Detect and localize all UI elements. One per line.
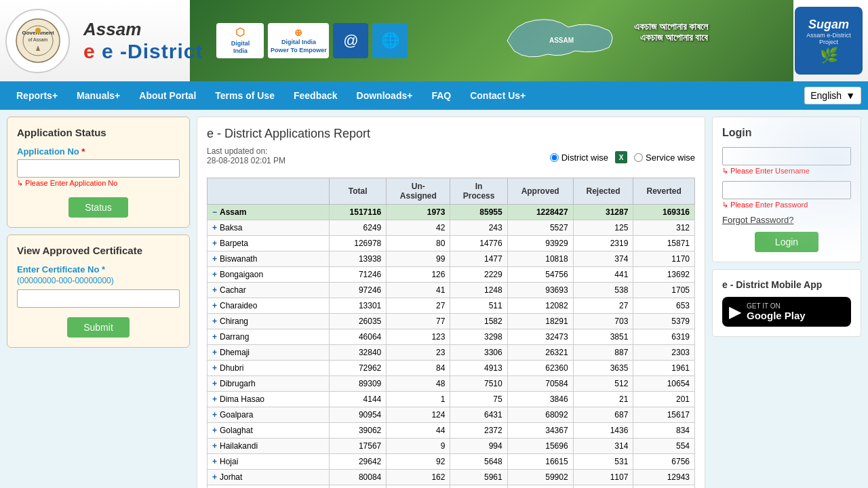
password-error: Please Enter Password <box>722 201 851 209</box>
reverted-cell: 5379 <box>633 314 695 329</box>
reverted-cell: 6756 <box>633 454 695 470</box>
language-selector[interactable]: English ▼ <box>804 87 861 104</box>
login-button[interactable]: Login <box>755 232 818 252</box>
inprocess-cell: 6431 <box>450 407 507 423</box>
total-cell: 13938 <box>330 251 387 267</box>
nav-about[interactable]: About Portal <box>130 81 205 110</box>
expand-button[interactable]: + <box>212 239 217 248</box>
nav-reports[interactable]: Reports+ <box>7 81 67 110</box>
expand-button[interactable]: + <box>212 301 217 310</box>
district-name-cell: +Hojai <box>208 454 330 470</box>
inprocess-cell: 2229 <box>450 267 507 283</box>
total-cell: 26035 <box>330 314 387 329</box>
col-inprocess: InProcess <box>450 178 507 205</box>
district-name-cell: −Assam <box>208 205 330 220</box>
district-name-cell: +Kamrup <box>208 485 330 489</box>
col-total: Total <box>330 178 387 205</box>
right-panel: Login Please Enter Username Please Enter… <box>712 117 861 488</box>
approved-cell: 93929 <box>507 236 573 251</box>
expand-button[interactable]: − <box>212 207 217 217</box>
status-button[interactable]: Status <box>68 197 128 218</box>
expand-button[interactable]: + <box>212 332 217 342</box>
rejected-cell: 887 <box>573 345 633 361</box>
approved-cell: 18291 <box>507 314 573 329</box>
table-row: +Golaghat 39062 44 2372 34367 1436 834 <box>208 423 695 439</box>
expand-button[interactable]: + <box>212 457 217 466</box>
rejected-cell: 264 <box>573 485 633 489</box>
chevron-down-icon: ▼ <box>846 90 855 101</box>
excel-icon[interactable]: X <box>615 151 627 163</box>
table-row: +Cachar 97246 41 1248 93693 538 1705 <box>208 283 695 298</box>
district-name-cell: +Baksa <box>208 220 330 236</box>
mobile-app-panel: e - District Mobile App ▶ GET IT ON Goog… <box>712 269 861 337</box>
table-row: +Charaideo 13301 27 511 12082 27 653 <box>208 298 695 314</box>
login-title: Login <box>722 127 851 139</box>
unassigned-cell: 124 <box>387 407 450 423</box>
nav-downloads[interactable]: Downloads+ <box>347 81 422 110</box>
district-name-cell: +Darrang <box>208 329 330 345</box>
table-row: +Bongaigaon 71246 126 2229 54756 441 136… <box>208 267 695 283</box>
expand-button[interactable]: + <box>212 410 217 420</box>
cert-no-required: * <box>102 264 105 274</box>
navigation-bar: Reports+ Manuals+ About Portal Terms of … <box>0 81 868 110</box>
expand-button[interactable]: + <box>212 379 217 388</box>
expand-button[interactable]: + <box>212 363 217 373</box>
digital-india-power-badge: ⊕ Digital IndiaPower To Empower <box>268 23 329 58</box>
report-controls: District wise X Service wise <box>550 151 695 163</box>
expand-button[interactable]: + <box>212 348 217 357</box>
approved-cell: 15696 <box>507 439 573 454</box>
approved-cell: 70584 <box>507 376 573 392</box>
username-input[interactable] <box>722 147 851 165</box>
google-play-label: Google Play <box>747 310 806 321</box>
approved-cell: 62360 <box>507 361 573 376</box>
table-row: +Barpeta 126978 80 14776 93929 2319 1587… <box>208 236 695 251</box>
service-wise-radio[interactable] <box>634 153 643 162</box>
application-no-input[interactable] <box>17 159 180 178</box>
expand-button[interactable]: + <box>212 254 217 264</box>
expand-button[interactable]: + <box>212 394 217 404</box>
table-row: +Dibrugarh 89309 48 7510 70584 512 10654 <box>208 376 695 392</box>
nav-manuals[interactable]: Manuals+ <box>67 81 130 110</box>
app-no-label: Application No * <box>17 146 180 157</box>
approved-cell: 34367 <box>507 423 573 439</box>
district-wise-radio[interactable] <box>550 153 559 162</box>
col-approved: Approved <box>507 178 573 205</box>
expand-button[interactable]: + <box>212 285 217 295</box>
expand-button[interactable]: + <box>212 317 217 326</box>
rejected-cell: 27 <box>573 298 633 314</box>
certificate-no-input[interactable] <box>17 289 180 308</box>
nav-feedback[interactable]: Feedback <box>284 81 347 110</box>
rejected-cell: 703 <box>573 314 633 329</box>
expand-button[interactable]: + <box>212 270 217 279</box>
rejected-cell: 2319 <box>573 236 633 251</box>
expand-button[interactable]: + <box>212 472 217 482</box>
district-wise-radio-label[interactable]: District wise <box>550 152 608 163</box>
total-cell: 126978 <box>330 236 387 251</box>
inprocess-cell: 243 <box>450 220 507 236</box>
approved-cell: 3846 <box>507 392 573 407</box>
rejected-cell: 314 <box>573 439 633 454</box>
app-no-error: Please Enter Application No <box>17 179 180 188</box>
submit-button[interactable]: Submit <box>67 317 130 338</box>
inprocess-cell: 3306 <box>450 345 507 361</box>
approved-cell: 12082 <box>507 298 573 314</box>
forgot-password-link[interactable]: Forgot Password? <box>722 215 851 225</box>
nav-contact[interactable]: Contact Us+ <box>460 81 535 110</box>
service-wise-radio-label[interactable]: Service wise <box>634 152 695 163</box>
assam-map-icon: ASSAM <box>500 10 623 71</box>
reverted-cell: 653 <box>633 298 695 314</box>
cert-no-sublabel: (00000000-000-00000000) <box>17 276 180 285</box>
expand-button[interactable]: + <box>212 426 217 435</box>
nav-faq[interactable]: FAQ <box>422 81 460 110</box>
nav-terms[interactable]: Terms of Use <box>205 81 284 110</box>
table-row: +Dhubri 72962 84 4913 62360 3635 1961 <box>208 361 695 376</box>
report-header-row: Last updated on: 28-08-2018 02:01 PM Dis… <box>207 146 695 172</box>
password-input[interactable] <box>722 181 851 199</box>
rejected-cell: 512 <box>573 376 633 392</box>
google-play-button[interactable]: ▶ GET IT ON Google Play <box>722 297 851 327</box>
expand-button[interactable]: + <box>212 441 217 451</box>
district-name-cell: +Dhubri <box>208 361 330 376</box>
total-cell: 71246 <box>330 267 387 283</box>
expand-button[interactable]: + <box>212 223 217 232</box>
digital-india-badge: ⬡ DigitalIndia <box>216 23 264 58</box>
